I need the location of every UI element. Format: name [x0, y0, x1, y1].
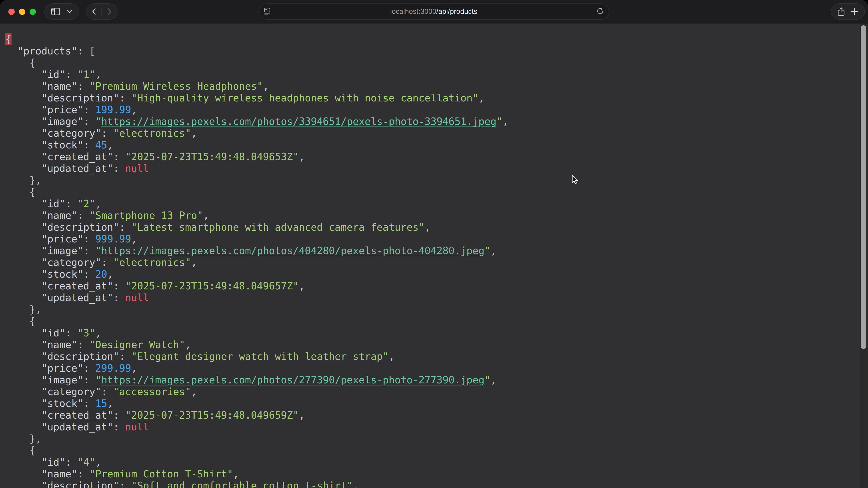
json-key: "name" [41, 339, 77, 350]
back-button[interactable] [92, 8, 96, 15]
share-icon[interactable] [838, 7, 844, 16]
json-key: "stock" [41, 139, 83, 151]
minimize-button[interactable] [19, 8, 25, 15]
json-null: null [125, 421, 149, 433]
indent [5, 116, 41, 127]
json-string: "Designer Watch" [89, 339, 185, 350]
json-punctuation: , [95, 198, 101, 209]
json-line: { [5, 186, 868, 198]
json-key: "price" [41, 362, 83, 374]
json-line: "updated_at": null [5, 163, 868, 174]
json-number: 999.99 [95, 233, 131, 245]
zoom-button[interactable] [30, 8, 36, 15]
indent [5, 374, 41, 386]
json-link[interactable]: https://images.pexels.com/photos/277390/… [101, 374, 485, 386]
mouse-cursor [571, 174, 579, 186]
json-key: "image" [41, 245, 83, 256]
indent [5, 386, 41, 397]
json-punctuation: , [191, 257, 197, 268]
json-string: "3" [77, 327, 95, 339]
json-line: "stock": 15, [5, 398, 868, 410]
json-string: " [485, 245, 491, 256]
url-text: localhost:3000/api/products [390, 7, 477, 15]
json-punctuation: , [491, 374, 497, 386]
json-punctuation: : [83, 104, 95, 116]
json-line: "stock": 20, [5, 268, 868, 280]
json-punctuation: : [77, 468, 89, 480]
json-key: "updated_at" [41, 292, 113, 303]
json-line: }, [5, 304, 868, 315]
json-punctuation: , [389, 351, 395, 362]
json-punctuation: , [352, 480, 359, 488]
json-line: "created_at": "2025-07-23T15:49:48.04965… [5, 151, 868, 163]
json-punctuation: : [83, 233, 95, 245]
json-line: { [5, 33, 868, 45]
json-punctuation: { [5, 445, 35, 456]
json-link[interactable]: https://images.pexels.com/photos/404280/… [101, 245, 485, 256]
json-punctuation: , [95, 69, 101, 80]
json-punctuation: : [119, 480, 131, 488]
json-line: "price": 299.99, [5, 362, 868, 374]
indent [5, 245, 41, 256]
json-key: "created_at" [41, 410, 113, 421]
page-settings-icon[interactable] [264, 7, 271, 15]
json-punctuation: , [95, 456, 101, 468]
url-host: localhost:3000 [390, 7, 436, 15]
json-key: "products" [18, 45, 77, 57]
json-key: "image" [41, 116, 83, 127]
indent [5, 410, 41, 421]
indent [5, 292, 41, 303]
indent [5, 398, 41, 409]
json-link[interactable]: https://images.pexels.com/photos/3394651… [101, 116, 496, 127]
json-string: "Latest smartphone with advanced camera … [131, 221, 425, 233]
nav-divider [101, 7, 102, 16]
json-punctuation: , [131, 104, 137, 116]
json-key: "name" [41, 468, 77, 480]
sidebar-toggle-icon[interactable] [51, 8, 60, 15]
json-key: "description" [41, 351, 119, 362]
json-punctuation: }, [5, 433, 41, 445]
json-punctuation: : [65, 456, 77, 468]
json-punctuation: { [5, 57, 35, 68]
json-number: 299.99 [95, 362, 131, 374]
json-punctuation: , [185, 339, 191, 350]
json-punctuation: : [113, 163, 125, 174]
json-line: }, [5, 433, 868, 445]
json-line: "description": "Elegant designer watch w… [5, 351, 868, 362]
chevron-down-icon[interactable] [66, 10, 72, 13]
json-key: "category" [41, 386, 101, 397]
new-tab-button[interactable] [851, 8, 858, 15]
json-line: "updated_at": null [5, 292, 868, 304]
forward-button[interactable] [107, 8, 112, 15]
json-line: "name": "Smartphone 13 Pro", [5, 210, 868, 221]
address-bar[interactable]: localhost:3000/api/products [258, 3, 609, 20]
indent [5, 151, 41, 162]
json-line: "description": "High-quality wireless he… [5, 92, 868, 104]
json-line: "description": "Soft and comfortable cot… [5, 480, 868, 488]
json-punctuation: : [113, 410, 125, 421]
matched-brace-highlight: { [5, 33, 11, 45]
json-punctuation: : [83, 245, 95, 256]
json-punctuation: , [95, 327, 101, 339]
indent [5, 139, 41, 151]
json-key: "price" [41, 104, 83, 116]
json-line: "name": "Premium Cotton T-Shirt", [5, 468, 868, 480]
json-string: "4" [77, 456, 95, 468]
json-line: }, [5, 174, 868, 186]
sidebar-control-group [44, 3, 79, 20]
scrollbar-thumb[interactable] [861, 25, 866, 349]
browser-window: localhost:3000/api/products [0, 0, 868, 488]
json-punctuation: , [131, 233, 137, 245]
json-string: "2025-07-23T15:49:48.049659Z" [125, 410, 299, 421]
json-key: "stock" [41, 398, 83, 409]
json-punctuation: , [203, 210, 209, 221]
json-punctuation: , [107, 139, 113, 151]
json-key: "category" [41, 257, 101, 268]
json-string: " [485, 374, 491, 386]
json-key: "description" [41, 92, 119, 104]
json-string: "2" [77, 198, 95, 209]
close-button[interactable] [8, 8, 15, 15]
reload-button[interactable] [596, 7, 604, 15]
json-punctuation: : [65, 198, 77, 209]
json-line: "name": "Premium Wireless Headphones", [5, 80, 868, 92]
